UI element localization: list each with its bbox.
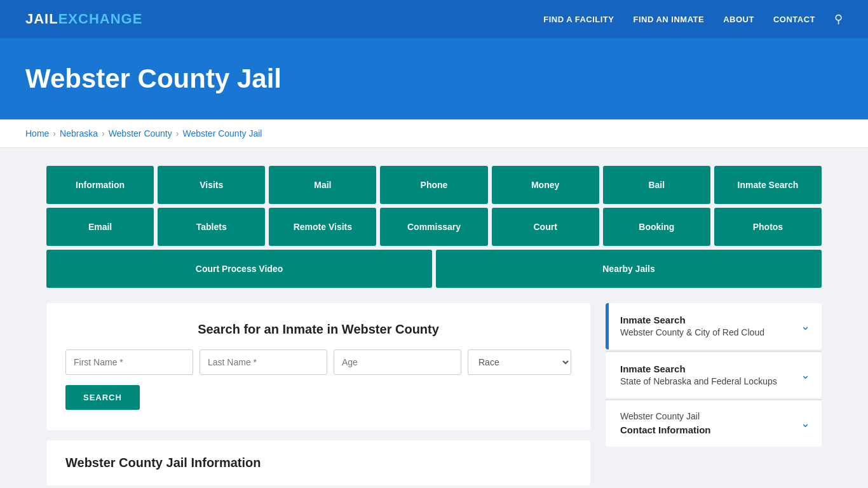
btn-email[interactable]: Email xyxy=(46,208,154,246)
sidebar-card-3-title: Webster County Jail Contact Information xyxy=(620,410,711,437)
logo[interactable]: JAILEXCHANGE xyxy=(25,11,142,27)
btn-visits[interactable]: Visits xyxy=(158,166,265,204)
search-button[interactable]: SEARCH xyxy=(65,385,140,410)
search-icon[interactable]: ⚲ xyxy=(834,12,843,26)
btn-information[interactable]: Information xyxy=(46,166,154,204)
breadcrumb-sep-3: › xyxy=(176,128,179,139)
nav-find-inmate[interactable]: FIND AN INMATE xyxy=(633,15,704,24)
search-title: Search for an Inmate in Webster County xyxy=(65,322,571,337)
nav-find-facility[interactable]: FIND A FACILITY xyxy=(543,15,614,24)
button-row-2: Email Tablets Remote Visits Commissary C… xyxy=(46,208,822,246)
breadcrumb-area: Home › Nebraska › Webster County › Webst… xyxy=(0,119,868,148)
button-row-3: Court Process Video Nearby Jails xyxy=(46,250,822,288)
nav-about[interactable]: ABOUT xyxy=(723,15,754,24)
btn-court[interactable]: Court xyxy=(492,208,599,246)
chevron-down-icon-2: ⌄ xyxy=(801,368,810,382)
button-row-1: Information Visits Mail Phone Money Bail… xyxy=(46,166,822,204)
last-name-input[interactable] xyxy=(200,349,327,375)
header: JAILEXCHANGE FIND A FACILITY FIND AN INM… xyxy=(0,0,868,38)
main-layout: Search for an Inmate in Webster County R… xyxy=(46,303,822,485)
btn-bail[interactable]: Bail xyxy=(603,166,710,204)
btn-photos[interactable]: Photos xyxy=(714,208,822,246)
button-grid-section: Information Visits Mail Phone Money Bail… xyxy=(21,148,847,288)
breadcrumb-home[interactable]: Home xyxy=(25,128,49,139)
breadcrumb-jail[interactable]: Webster County Jail xyxy=(182,128,262,139)
info-section: Webster County Jail Information xyxy=(46,440,590,485)
logo-jail: JAIL xyxy=(25,11,58,27)
left-column: Search for an Inmate in Webster County R… xyxy=(46,303,590,485)
logo-exchange: EXCHANGE xyxy=(58,11,143,27)
btn-money[interactable]: Money xyxy=(492,166,599,204)
sidebar-card-2-title: Inmate Search State of Nebraska and Fede… xyxy=(620,362,777,388)
sidebar-card-2: Inmate Search State of Nebraska and Fede… xyxy=(606,352,822,398)
btn-nearby-jails[interactable]: Nearby Jails xyxy=(436,250,822,288)
btn-phone[interactable]: Phone xyxy=(380,166,487,204)
btn-remote-visits[interactable]: Remote Visits xyxy=(269,208,376,246)
sidebar-card-1-header[interactable]: Inmate Search Webster County & City of R… xyxy=(609,303,822,349)
btn-booking[interactable]: Booking xyxy=(603,208,710,246)
search-fields: Race White Black Hispanic Asian Other xyxy=(65,349,571,375)
sidebar-card-2-header[interactable]: Inmate Search State of Nebraska and Fede… xyxy=(609,352,822,398)
breadcrumb-nebraska[interactable]: Nebraska xyxy=(60,128,98,139)
sidebar-card-3-header[interactable]: Webster County Jail Contact Information … xyxy=(609,400,822,447)
first-name-input[interactable] xyxy=(65,349,193,375)
sidebar-card-3: Webster County Jail Contact Information … xyxy=(606,400,822,447)
breadcrumb-webster-county[interactable]: Webster County xyxy=(109,128,172,139)
breadcrumb-sep-2: › xyxy=(102,128,105,139)
breadcrumb: Home › Nebraska › Webster County › Webst… xyxy=(25,119,843,147)
sidebar-card-1-title: Inmate Search Webster County & City of R… xyxy=(620,313,764,339)
btn-court-process-video[interactable]: Court Process Video xyxy=(46,250,432,288)
page-title: Webster County Jail xyxy=(25,64,843,94)
sidebar-card-1: Inmate Search Webster County & City of R… xyxy=(606,303,822,349)
info-title: Webster County Jail Information xyxy=(65,456,571,470)
search-box: Search for an Inmate in Webster County R… xyxy=(46,303,590,430)
chevron-down-icon-3: ⌄ xyxy=(801,416,810,430)
hero-section: Webster County Jail xyxy=(0,38,868,119)
btn-tablets[interactable]: Tablets xyxy=(158,208,265,246)
btn-commissary[interactable]: Commissary xyxy=(380,208,487,246)
chevron-down-icon-1: ⌄ xyxy=(801,319,810,333)
nav: FIND A FACILITY FIND AN INMATE ABOUT CON… xyxy=(543,12,843,26)
race-select[interactable]: Race White Black Hispanic Asian Other xyxy=(468,349,571,375)
age-input[interactable] xyxy=(334,349,461,375)
nav-contact[interactable]: CONTACT xyxy=(773,15,815,24)
breadcrumb-sep-1: › xyxy=(53,128,56,139)
btn-mail[interactable]: Mail xyxy=(269,166,376,204)
sidebar: Inmate Search Webster County & City of R… xyxy=(606,303,822,448)
btn-inmate-search[interactable]: Inmate Search xyxy=(714,166,822,204)
